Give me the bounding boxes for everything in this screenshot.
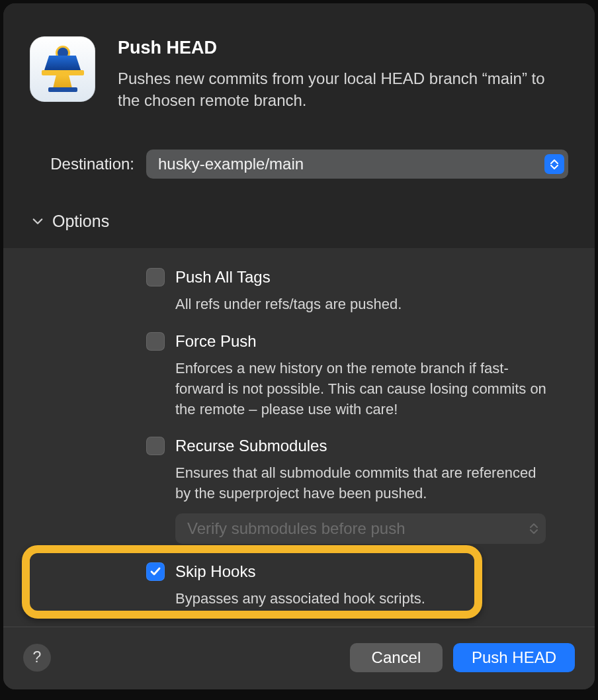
option-recurse-submodules: Recurse Submodules Ensures that all subm… [30,437,568,561]
options-body: Push All Tags All refs under refs/tags a… [3,248,595,627]
tower-icon [43,46,83,93]
force-push-desc: Enforces a new history on the remote bra… [146,351,555,419]
updown-icon [544,154,564,174]
skip-hooks-title: Skip Hooks [175,562,255,581]
chevron-down-icon [32,218,43,226]
recurse-submodules-mode-select[interactable]: Verify submodules before push [175,513,546,544]
option-push-all-tags: Push All Tags All refs under refs/tags a… [30,268,568,332]
options-label: Options [52,212,109,231]
recurse-submodules-title: Recurse Submodules [175,437,327,455]
dialog-title: Push HEAD [118,38,568,58]
force-push-title: Force Push [175,332,257,351]
recurse-submodules-mode-value: Verify submodules before push [187,519,406,538]
cancel-button[interactable]: Cancel [350,643,443,672]
force-push-checkbox[interactable] [146,332,165,351]
push-head-label: Push HEAD [472,648,556,667]
destination-value: husky-example/main [158,155,304,173]
app-icon [30,36,95,102]
destination-row: Destination: husky-example/main [3,150,595,179]
destination-label: Destination: [30,155,134,173]
dialog-footer: ? Cancel Push HEAD [3,627,595,689]
push-all-tags-checkbox[interactable] [146,268,165,286]
recurse-submodules-desc: Ensures that all submodule commits that … [146,455,555,504]
help-icon: ? [33,648,42,666]
option-skip-hooks: Skip Hooks Bypasses any associated hook … [30,554,568,627]
push-all-tags-title: Push All Tags [175,268,271,286]
skip-hooks-checkbox[interactable] [146,562,165,581]
push-head-button[interactable]: Push HEAD [453,643,575,672]
options-disclosure[interactable]: Options [3,212,595,248]
option-force-push: Force Push Enforces a new history on the… [30,332,568,437]
push-all-tags-desc: All refs under refs/tags are pushed. [146,286,555,315]
dialog-subtitle: Pushes new commits from your local HEAD … [118,67,568,111]
updown-icon [530,523,538,534]
cancel-label: Cancel [372,648,421,667]
destination-select[interactable]: husky-example/main [146,150,568,179]
help-button[interactable]: ? [23,644,51,672]
recurse-submodules-checkbox[interactable] [146,437,165,455]
skip-hooks-desc: Bypasses any associated hook scripts. [146,581,568,609]
push-head-dialog: Push HEAD Pushes new commits from your l… [3,3,595,689]
dialog-header: Push HEAD Pushes new commits from your l… [3,3,595,143]
